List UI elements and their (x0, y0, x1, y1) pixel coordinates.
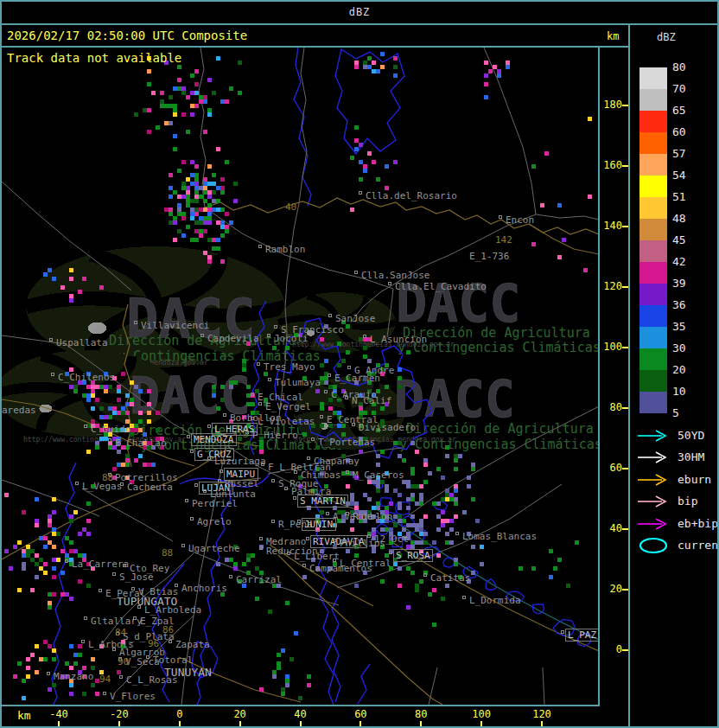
place-label-ramblon: Ramblon (346, 511, 392, 522)
place-label-l-violetas: L_Violetas (251, 416, 315, 427)
svg-text:Totoral: Totoral (153, 655, 193, 666)
svg-text:90: 90 (118, 656, 129, 667)
arrow-icon (636, 471, 672, 489)
arrow-icon (636, 515, 672, 533)
panel-divider (628, 23, 630, 728)
place-label-anchoris: Anchoris (175, 583, 227, 594)
colorbar-block (639, 370, 667, 392)
place-label-la-carrera: La_Carrera (65, 559, 129, 570)
svg-text:L_Dormida: L_Dormida (469, 595, 521, 606)
place-label-gltallary: Gltallary (84, 616, 143, 627)
y-tick-label: 180 (600, 99, 622, 111)
colorbar-value-label: 5 (672, 406, 707, 419)
colorbar-block (639, 284, 667, 305)
x-tick-label: -40 (37, 708, 80, 720)
x-axis-unit-label: km (17, 709, 31, 722)
place-label-e-1-736: E_1-736 (469, 251, 509, 262)
colorbar-block (639, 392, 667, 413)
place-label-jocoli: Jocoli (267, 333, 309, 344)
svg-text:V_Flores: V_Flores (110, 691, 156, 702)
y-tick-label: 0 (600, 643, 622, 655)
svg-text:94: 94 (99, 674, 111, 685)
colorbar-block (639, 219, 667, 240)
place-label-88: 88 (102, 472, 113, 483)
colorbar-block (639, 197, 667, 219)
place-label-perdriel: Perdriel (185, 498, 238, 509)
colorbar-value-label: 57 (672, 147, 707, 160)
svg-text:Lomas_Blancas: Lomas_Blancas (462, 531, 537, 542)
svg-text:Capdevila: Capdevila (207, 333, 259, 344)
svg-text:L_Violetas: L_Violetas (258, 416, 315, 427)
tan-boundary-path (205, 198, 599, 234)
svg-text:84: 84 (115, 627, 127, 638)
blue-boundary-path (358, 664, 370, 704)
colorbar-value-label: 80 (672, 61, 707, 73)
page-title: dBZ (290, 6, 429, 18)
colorbar-block (639, 89, 667, 111)
svg-text:Villavicenci: Villavicenci (141, 320, 209, 331)
place-label-agrelo: Agrelo (190, 516, 232, 527)
svg-text:SanJose: SanJose (335, 313, 375, 324)
svg-text:Clla.SanJose: Clla.SanJose (361, 270, 429, 281)
place-label-sanjose: SanJose (328, 313, 375, 324)
legend-item-label: eburn (678, 473, 711, 486)
place-label-142: 142 (495, 234, 512, 246)
svg-text:Ugarteche: Ugarteche (188, 543, 240, 554)
legend-item-label: bip (678, 495, 697, 508)
colorbar-value-label: 35 (672, 320, 707, 333)
place-label-s-jose: S_Jose (112, 572, 154, 583)
legend-item-eburn: eburn (636, 471, 672, 487)
place-label-t-porte-as: T_Porteñas (311, 437, 375, 448)
place-label-94: 94 (99, 674, 111, 685)
colorbar-value-label: 48 (672, 212, 707, 225)
svg-text:Manzano: Manzano (54, 671, 93, 682)
place-label-lomas-blancas: Lomas_Blancas (455, 531, 537, 542)
timestamp-label: 2026/02/17 02:50:00 UTC Composite (7, 29, 247, 42)
place-label-clla-el-cavadito: Clla.El_Cavadito (388, 281, 487, 292)
place-label-e-carmen: E_Carmen (328, 373, 380, 384)
colorbar-value-label: 42 (672, 255, 707, 268)
place-label-tulumaya: Tulumaya (268, 377, 321, 388)
radar-app-window: dBZ 2026/02/17 02:50:00 UTC Composite Tr… (0, 0, 719, 728)
place-label-84: 84 (115, 627, 127, 638)
colorbar-block (639, 154, 667, 176)
place-label-c-l-rosas: C_L_Rosas (119, 674, 178, 686)
legend-panel: dBZ 807065605754514845423936353020105 50… (631, 23, 717, 726)
radar-map-svg: DACCDirección de Agriculturay Contingenc… (2, 48, 599, 705)
legend-item-label: current (678, 539, 719, 552)
svg-text:E_Vergel: E_Vergel (265, 401, 311, 412)
svg-text:Ramblon: Ramblon (353, 511, 392, 522)
gray-boundary-path (543, 667, 544, 705)
x-tick-label: 100 (460, 708, 503, 720)
colorbar-value-label: 20 (672, 363, 707, 376)
colorbar-value-label: 39 (672, 277, 707, 290)
colorbar-value-label: 60 (672, 125, 707, 138)
border-left (0, 0, 2, 728)
place-label-cacheuta: Cacheuta (120, 482, 173, 493)
place-label-l-vegas: L_Vegas (75, 481, 122, 492)
place-label-c-chilenos: C_Chilenos (51, 372, 115, 383)
svg-text:L_Central: L_Central (340, 558, 391, 569)
stamp-divider (0, 46, 630, 48)
svg-text:S_Jose: S_Jose (119, 572, 154, 583)
place-label-ugarteche: Ugarteche (181, 543, 240, 554)
svg-text:Agrelo: Agrelo (197, 516, 232, 527)
place-label-86: 86 (162, 624, 174, 635)
svg-text:40: 40 (285, 201, 296, 213)
svg-text:Perdriel: Perdriel (192, 498, 238, 509)
svg-text:C_L_Rosas: C_L_Rosas (126, 674, 178, 686)
x-tick-label: 0 (158, 708, 201, 720)
place-label-encon: Encon (499, 214, 534, 226)
svg-text:Divisadero: Divisadero (359, 422, 416, 433)
x-tick-label: 80 (399, 708, 442, 720)
svg-text:Tres_Mayo: Tres_Mayo (264, 361, 315, 373)
place-label-zapata: Zapata (169, 639, 210, 650)
svg-text:C_Guido: C_Guido (91, 424, 130, 435)
colorbar-block (639, 348, 667, 370)
y-tick-label: 60 (600, 462, 622, 474)
place-label-aredas: aredas (2, 405, 36, 416)
x-tick-label: 40 (279, 708, 322, 720)
colorbar-value-label: 36 (672, 298, 707, 311)
place-label-l-dormida: L_Dormida (462, 595, 521, 606)
svg-text:Clla.del_Rosario: Clla.del_Rosario (366, 190, 457, 201)
